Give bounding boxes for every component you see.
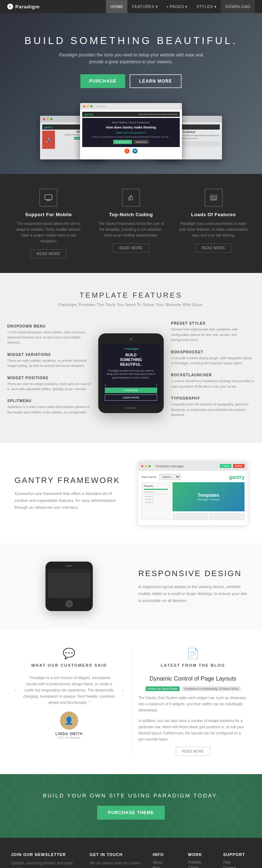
- footer-support: SUPPORT Help Contact: [223, 852, 251, 868]
- info-title: INFO: [153, 852, 181, 857]
- tf-feat-preset: PRESET STYLES Choose from eight preset s…: [171, 321, 255, 342]
- tm-dot-green: [148, 465, 151, 467]
- blog-excerpt-1: The Gantry Grid System splits each widge…: [139, 695, 248, 713]
- gantry-section: GANTRY FRAMEWORK A powerful core framewo…: [0, 443, 262, 543]
- testimonials-title: WHAT OUR CUSTOMERS SAID: [15, 663, 124, 667]
- responsive-section: RESPONSIVE DESIGN A responsive layout ad…: [0, 543, 262, 629]
- gantry-brand-logo: gantry: [229, 474, 245, 480]
- feature-loads: Loads Of Features Paradigm has a vast as…: [172, 189, 255, 258]
- svg-rect-4: [128, 197, 130, 200]
- phone-learn-btn[interactable]: LEARN MORE: [105, 395, 157, 401]
- avatar-role: CEO of Hewers.: [15, 736, 124, 740]
- nav-features[interactable]: FEATURES ▾: [127, 0, 162, 13]
- cta-purchase-btn[interactable]: PURCHASE THEME: [97, 806, 165, 820]
- device-phone: [45, 562, 93, 611]
- template-features-title: TEMPLATE FEATURES: [0, 291, 262, 300]
- slider-next-arrow[interactable]: ›: [122, 687, 123, 694]
- tf-feat-widget-var: WIDGET VARIATIONS There are eight stylis…: [7, 353, 91, 369]
- purchase-button[interactable]: PURCHASE: [80, 74, 125, 88]
- feature-loads-title: Loads Of Features: [178, 212, 249, 217]
- gantry-text: GANTRY FRAMEWORK A powerful core framewo…: [15, 476, 124, 511]
- tm-main: Templates Manager Preview: [172, 482, 245, 520]
- tm-dot-red: [141, 465, 143, 467]
- tm-preview-text: Templates Manager Preview: [197, 493, 220, 501]
- feature-mobile-readmore[interactable]: READ MORE: [31, 249, 67, 258]
- dot-red: [43, 118, 45, 120]
- svg-rect-0: [45, 195, 52, 199]
- tf-feat-rocketlauncher: ROCKETLAUNCHER A custom WordPress instal…: [171, 373, 255, 389]
- feature-mobile-desc: The responsive layout allows the site to…: [13, 221, 84, 244]
- nav-pages[interactable]: ▪ PAGES ▾: [162, 0, 192, 13]
- feature-coding-title: Top-Notch Coding: [95, 212, 167, 217]
- nav-styles[interactable]: STYLES ▾: [192, 0, 221, 13]
- contact-desc: We are always open for a quick chat.: [90, 860, 145, 868]
- info-link-about[interactable]: About: [153, 860, 181, 864]
- tf-right: PRESET STYLES Choose from eight preset s…: [171, 321, 255, 425]
- gantry-heading: GANTRY FRAMEWORK: [15, 476, 124, 485]
- resp-heading: RESPONSIVE DESIGN: [138, 569, 247, 578]
- phone-screen: ▪ Paradigm BUILDSOMETHINGBEAUTIFUL. Para…: [101, 344, 161, 404]
- phone-next-arrow[interactable]: ›: [156, 383, 157, 388]
- tf-feat-typography: TYPOGRAPHY A beautiful and rich selectio…: [171, 396, 255, 417]
- tf-feat-roksprocket-title: ROKSPROCKET: [171, 350, 255, 354]
- tf-feat-typography-desc: A beautiful and rich selection of typogr…: [171, 402, 255, 417]
- blog-post-title: Dynamic Control of Page Layouts: [139, 675, 248, 683]
- support-title: SUPPORT: [223, 852, 251, 857]
- nav-home[interactable]: HOME: [106, 0, 127, 13]
- tm-preview: Templates Manager Preview: [172, 482, 245, 511]
- hero-title: BUILD SOMETHING BEAUTIFUL.: [7, 35, 255, 47]
- work-link-portfolio[interactable]: Portfolio: [188, 860, 216, 864]
- testimonial-text: " Paradigm is a rich infusion of elegant…: [22, 675, 116, 706]
- feature-coding-readmore[interactable]: READ MORE: [113, 243, 149, 253]
- resp-desc: A responsive layout adapts to the viewin…: [138, 583, 247, 604]
- phone-hero-text: BUILDSOMETHINGBEAUTIFUL.: [105, 353, 157, 367]
- brand-icon: P: [7, 4, 13, 9]
- tm-new-btn[interactable]: + New: [220, 464, 231, 468]
- tf-feat-dropdown: DROPDOWN MENU A CSS based dropdown menu …: [7, 324, 91, 345]
- footer-cols: JOIN OUR NEWSLETTER Updates, upcoming th…: [11, 852, 251, 868]
- tm-sidebar: Presets Style Items - Preset 1 - Preset …: [141, 482, 170, 520]
- footer-info: INFO About Blog Team: [153, 852, 181, 868]
- phone-purchase-btn[interactable]: PURCHASE: [105, 388, 157, 393]
- tm-style-select[interactable]: Select...: [159, 474, 181, 480]
- phone-prev-arrow[interactable]: ‹: [105, 383, 106, 388]
- monitor-icon: [39, 189, 57, 207]
- navbar: P Paradigm HOME FEATURES ▾ ▪ PAGES ▾ STY…: [0, 0, 262, 13]
- footer: JOIN OUR NEWSLETTER Updates, upcoming th…: [0, 838, 262, 868]
- phone-sub: Paradigm provides the tools you need to …: [105, 369, 157, 380]
- footer-newsletter: JOIN OUR NEWSLETTER Updates, upcoming th…: [11, 852, 82, 868]
- feature-loads-readmore[interactable]: READ MORE: [195, 243, 231, 253]
- svg-rect-7: [210, 199, 217, 200]
- cta-title: BUILD YOUR OWN SITE USING PARADIGM TODAY…: [7, 792, 255, 798]
- feature-loads-desc: Paradigm has a vast assortment of major …: [178, 221, 249, 238]
- browser-center: @ gantry gantry Home News Documentation …: [80, 103, 182, 159]
- tf-feat-dropdown-desc: A CSS based dropdown menu system, with n…: [7, 330, 91, 345]
- phone-logo: ▪ Paradigm: [105, 347, 157, 350]
- tm-dot-yellow: [145, 465, 147, 467]
- brand-name: Paradigm: [15, 4, 40, 9]
- hero-subtitle: Paradigm provides the tools you need to …: [7, 52, 255, 66]
- social-section: 💬 WHAT OUR CUSTOMERS SAID ‹ " Paradigm i…: [0, 629, 262, 774]
- template-features-content: DROPDOWN MENU A CSS based dropdown menu …: [0, 321, 262, 425]
- phone-buttons: PURCHASE LEARN MORE: [105, 388, 157, 401]
- template-features-sub: Paradigm Provides The Tools You Need To …: [0, 302, 262, 307]
- nav-download[interactable]: DOWNLOAD: [221, 0, 255, 13]
- work-link-clients[interactable]: Clients: [188, 866, 216, 868]
- dot-red-c: [83, 105, 85, 107]
- info-link-blog[interactable]: Blog: [153, 866, 181, 868]
- tf-feat-preset-desc: Choose from eight preset style variation…: [171, 327, 255, 342]
- blog-readmore-btn[interactable]: READ MORE: [176, 747, 210, 756]
- slider-prev-arrow[interactable]: ‹: [15, 687, 16, 694]
- tm-del-btn[interactable]: Delete: [233, 464, 245, 468]
- gantry-desc: A powerful core framework that offers a …: [15, 490, 124, 511]
- gantry-image: Templates Manager + New Delete Style Nam…: [138, 461, 247, 525]
- support-link-help[interactable]: Help: [223, 860, 251, 864]
- speech-bubble-icon: 💬: [15, 647, 124, 659]
- footer-work: WORK Portfolio Clients Showcase: [188, 852, 216, 868]
- tf-feat-widget-var-title: WIDGET VARIATIONS: [7, 353, 91, 357]
- tf-feat-splitmenu: SPLITMENU SplitMenu is a static menu opt…: [7, 399, 91, 415]
- support-link-contact[interactable]: Contact: [223, 866, 251, 868]
- browser-content-center: gantry Home News Documentation Support D…: [80, 110, 182, 159]
- learn-more-button[interactable]: LEARN MORE: [130, 74, 182, 88]
- device-screen-content: [48, 573, 91, 574]
